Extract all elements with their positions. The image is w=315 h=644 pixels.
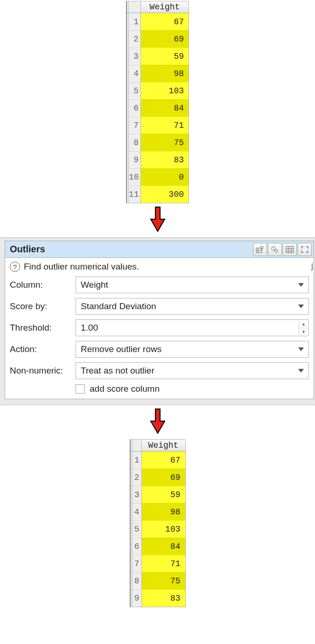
expand-icon[interactable] xyxy=(298,243,312,256)
table-row[interactable]: 100 xyxy=(127,168,189,186)
flow-arrow-2 xyxy=(148,408,167,436)
table-row[interactable]: 684 xyxy=(127,99,189,117)
table-row[interactable]: 875 xyxy=(131,572,185,589)
row-index[interactable]: 1 xyxy=(127,13,141,30)
row-index[interactable]: 10 xyxy=(127,168,141,186)
cell-weight[interactable]: 98 xyxy=(142,503,185,520)
row-index[interactable]: 11 xyxy=(127,186,141,203)
panel-description: Find outlier numerical values. xyxy=(24,262,139,272)
table-row[interactable]: 167 xyxy=(131,451,185,469)
scoreby-label: Score by: xyxy=(10,301,73,312)
table-row[interactable]: 5103 xyxy=(127,82,189,99)
row-index[interactable]: 2 xyxy=(131,469,142,486)
cell-weight[interactable]: 84 xyxy=(141,99,189,117)
column-select[interactable]: Weight xyxy=(76,277,309,293)
table-row[interactable]: 498 xyxy=(127,65,189,82)
table-row[interactable]: 771 xyxy=(127,117,189,134)
threshold-value: 1.00 xyxy=(81,323,98,333)
threshold-label: Threshold: xyxy=(10,323,73,333)
table-row[interactable]: 269 xyxy=(127,30,189,48)
column-label: Column: xyxy=(10,280,73,290)
table-row[interactable]: 875 xyxy=(127,134,189,151)
flow-arrow-1 xyxy=(148,206,167,235)
cell-weight[interactable]: 300 xyxy=(141,186,189,203)
table-row[interactable]: 771 xyxy=(131,555,185,572)
row-index[interactable]: 7 xyxy=(127,117,141,134)
table-row[interactable]: 498 xyxy=(131,503,185,520)
table-row[interactable]: 5103 xyxy=(131,520,185,538)
row-index[interactable]: 1 xyxy=(131,451,142,469)
cell-weight[interactable]: 75 xyxy=(141,134,189,151)
column-header-weight[interactable]: Weight xyxy=(141,1,189,13)
row-header-corner xyxy=(127,1,141,13)
threshold-step-up[interactable]: ▲ xyxy=(299,320,308,328)
panel-title: Outliers xyxy=(10,244,252,255)
input-table: Weight 167269359498510368477187598310011… xyxy=(126,1,189,203)
row-index[interactable]: 4 xyxy=(131,503,142,520)
table-row[interactable]: 359 xyxy=(127,48,189,65)
cell-weight[interactable]: 84 xyxy=(142,538,185,555)
cell-weight[interactable]: 59 xyxy=(142,486,185,503)
table-row[interactable]: 983 xyxy=(127,151,189,168)
cell-weight[interactable]: 83 xyxy=(142,589,185,607)
nonnumeric-select-value: Treat as not outlier xyxy=(81,366,154,376)
row-index[interactable]: 3 xyxy=(127,48,141,65)
add-score-checkbox[interactable] xyxy=(76,384,85,394)
cell-weight[interactable]: 69 xyxy=(141,30,189,48)
row-index[interactable]: 6 xyxy=(131,538,142,555)
column-select-value: Weight xyxy=(81,280,108,290)
gear-table-icon[interactable] xyxy=(253,243,267,256)
row-index[interactable]: 8 xyxy=(127,134,141,151)
row-index[interactable]: 7 xyxy=(131,555,142,572)
cell-weight[interactable]: 59 xyxy=(141,48,189,65)
gears-icon[interactable] xyxy=(268,243,282,256)
table-row[interactable]: 269 xyxy=(131,469,185,486)
table-row[interactable]: 684 xyxy=(131,538,185,555)
grid-icon[interactable] xyxy=(283,243,297,256)
scoreby-select[interactable]: Standard Deviation xyxy=(76,298,309,315)
action-label: Action: xyxy=(10,344,73,354)
cell-weight[interactable]: 71 xyxy=(141,117,189,134)
svg-rect-6 xyxy=(286,246,294,253)
row-index[interactable]: 2 xyxy=(127,30,141,48)
table-row[interactable]: 359 xyxy=(131,486,185,503)
svg-point-5 xyxy=(275,249,278,252)
output-table: Weight 1672693594985103684771875983 xyxy=(130,439,186,607)
column-header-weight[interactable]: Weight xyxy=(142,440,185,451)
cell-weight[interactable]: 83 xyxy=(141,151,189,168)
row-index[interactable]: 8 xyxy=(131,572,142,589)
cropped-edge-glyph: j xyxy=(311,261,313,271)
row-header-corner xyxy=(131,440,142,451)
nonnumeric-select[interactable]: Treat as not outlier xyxy=(76,362,309,379)
cell-weight[interactable]: 103 xyxy=(141,82,189,99)
threshold-input[interactable]: 1.00 ▲ ▼ xyxy=(76,319,309,336)
action-select-value: Remove outlier rows xyxy=(81,344,161,354)
nonnumeric-label: Non-numeric: xyxy=(10,366,73,376)
cell-weight[interactable]: 67 xyxy=(141,13,189,30)
table-row[interactable]: 983 xyxy=(131,589,185,607)
cell-weight[interactable]: 0 xyxy=(141,168,189,186)
svg-point-4 xyxy=(272,247,275,250)
threshold-step-down[interactable]: ▼ xyxy=(299,328,308,336)
outliers-panel-frame: j Outliers ? Find out xyxy=(0,237,315,405)
cell-weight[interactable]: 98 xyxy=(141,65,189,82)
row-index[interactable]: 9 xyxy=(131,589,142,607)
help-icon[interactable]: ? xyxy=(10,262,20,272)
action-select[interactable]: Remove outlier rows xyxy=(76,341,309,358)
row-index[interactable]: 3 xyxy=(131,486,142,503)
table-row[interactable]: 167 xyxy=(127,13,189,30)
scoreby-select-value: Standard Deviation xyxy=(81,301,156,312)
row-index[interactable]: 9 xyxy=(127,151,141,168)
cell-weight[interactable]: 103 xyxy=(142,520,185,538)
row-index[interactable]: 5 xyxy=(131,520,142,538)
cell-weight[interactable]: 75 xyxy=(142,572,185,589)
table-row[interactable]: 11300 xyxy=(127,186,189,203)
row-index[interactable]: 5 xyxy=(127,82,141,99)
add-score-label: add score column xyxy=(90,384,160,394)
cell-weight[interactable]: 71 xyxy=(142,555,185,572)
outliers-panel: Outliers ? Find outlier numerical values… xyxy=(5,241,314,399)
row-index[interactable]: 4 xyxy=(127,65,141,82)
cell-weight[interactable]: 67 xyxy=(142,451,185,469)
cell-weight[interactable]: 69 xyxy=(142,469,185,486)
row-index[interactable]: 6 xyxy=(127,99,141,117)
